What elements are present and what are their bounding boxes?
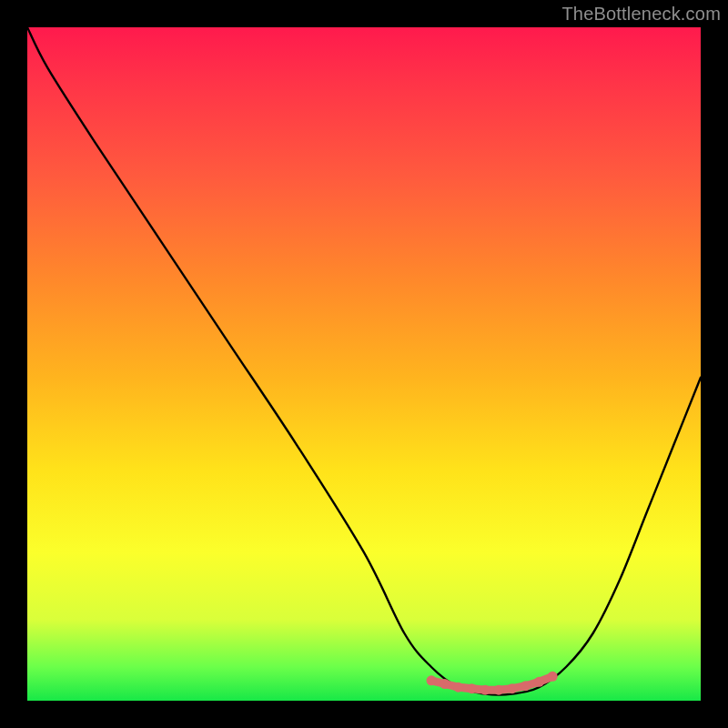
optimal-marker [453, 682, 463, 693]
optimal-marker [548, 672, 558, 682]
plot-area [27, 27, 701, 701]
chart-frame: TheBottleneck.com [0, 0, 728, 728]
optimal-marker [521, 681, 531, 691]
optimal-marker [467, 683, 477, 693]
optimal-range-markers [427, 672, 558, 695]
optimal-marker [507, 683, 517, 693]
optimal-marker [494, 685, 504, 695]
optimal-marker [440, 679, 450, 689]
optimal-marker [534, 677, 544, 687]
bottleneck-curve [27, 27, 701, 701]
watermark-text: TheBottleneck.com [561, 4, 721, 25]
optimal-marker [480, 685, 490, 695]
optimal-marker [427, 675, 437, 685]
curve-line [27, 27, 701, 695]
